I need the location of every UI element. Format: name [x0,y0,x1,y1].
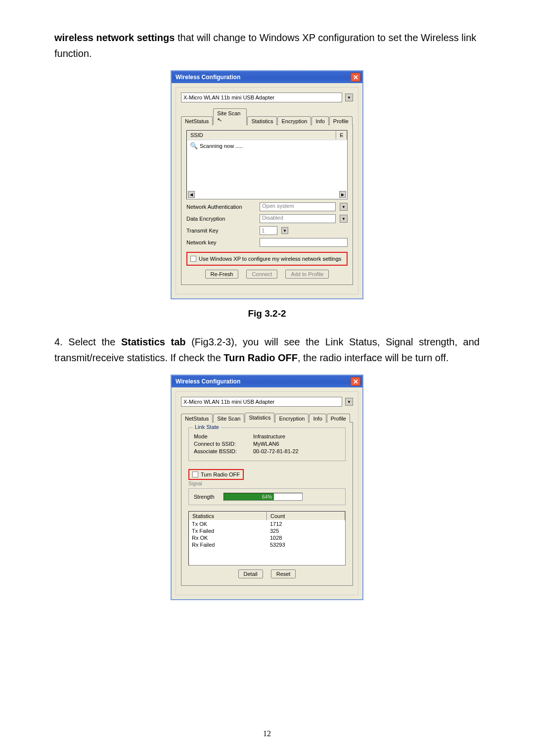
tab-profile[interactable]: Profile [327,414,350,423]
figure-2: Wireless Configuration ✕ X-Micro WLAN 11… [54,375,480,600]
tab-info[interactable]: Info [312,116,328,125]
stat-name: Rx OK [189,534,267,541]
chevron-down-icon[interactable]: ▼ [345,94,353,101]
reset-button-label: Reset [276,571,291,577]
stats-table: Statistics Count Tx OK 1712 Tx Failed 32… [188,511,346,566]
usexp-checkbox-row[interactable]: Use Windows XP to configure my wireless … [190,256,344,262]
highlight-turnoff: Turn Radio OFF [188,469,244,480]
button-row: Re-Fresh Connect Add to Profile [186,270,348,279]
row-txkey: Transmit Key 1 ▼ [186,226,348,235]
reset-button[interactable]: Reset [271,569,296,578]
network-list-body: 🔍Scanning now ..... [187,140,347,191]
ssid-label: Connect to SSID: [194,441,253,447]
scroll-right-icon[interactable]: ▶ [339,191,346,198]
netauth-dropdown[interactable]: Open system [260,202,336,211]
stat-count: 325 [267,527,345,534]
connect-button-label: Connect [252,271,272,277]
stat-count: 1028 [267,534,345,541]
tab-statistics-label: Statistics [251,118,273,124]
txkey-label: Transmit Key [186,228,256,234]
stats-h2: Count [267,512,345,520]
add-profile-button[interactable]: Add to Profile [285,270,329,279]
adapter-dropdown[interactable]: X-Micro WLAN 11b mini USB Adapter [181,93,342,102]
stat-name: Rx Failed [189,541,267,548]
netkey-label: Network key [186,239,256,245]
intro-bold: wireless network settings [54,32,175,43]
stats-table-header: Statistics Count [189,512,345,520]
network-list-header: SSID E [187,131,347,140]
signal-fieldset: Strength 64% [188,488,346,505]
tab-profile[interactable]: Profile [329,116,353,125]
statistics-tab-content: Link State Mode Infrastructure Connect t… [181,422,353,586]
tab-encryption[interactable]: Encryption [277,116,311,125]
strength-progress: 64% [223,493,303,501]
detail-button[interactable]: Detail [238,569,263,578]
close-icon[interactable]: ✕ [351,377,360,386]
tab-info-label: Info [313,416,322,422]
tab-info-label: Info [315,118,324,124]
stat-count: 53293 [267,541,345,548]
row-netkey: Network key [186,238,348,247]
adapter-dropdown-value: X-Micro WLAN 11b mini USB Adapter [183,399,274,405]
stats-h1: Statistics [189,512,267,520]
dataenc-dropdown[interactable]: Disabled [260,214,336,223]
netauth-label: Network Authentication [186,204,256,210]
bssid-value: 00-02-72-81-81-22 [253,448,299,454]
adapter-row: X-Micro WLAN 11b mini USB Adapter ▼ [181,397,353,407]
table-row: Tx OK 1712 [189,520,345,527]
tab-statistics[interactable]: Statistics [247,116,277,125]
connect-button[interactable]: Connect [246,270,277,279]
mode-label: Mode [194,433,253,439]
netkey-input[interactable] [260,238,348,247]
stat-name: Tx Failed [189,527,267,534]
tab-info[interactable]: Info [309,414,326,423]
p2-bold1: Statistics tab [121,336,186,347]
tab-sitescan[interactable]: Site Scan [213,414,244,423]
checkbox-icon[interactable] [192,472,198,477]
adapter-dropdown[interactable]: X-Micro WLAN 11b mini USB Adapter [181,397,342,407]
button-row-2: Detail Reset [188,569,346,578]
table-row: Rx OK 1028 [189,534,345,541]
adapter-dropdown-value: X-Micro WLAN 11b mini USB Adapter [183,94,274,100]
chevron-down-icon[interactable]: ▼ [340,203,348,211]
tab-netstatus[interactable]: NetStatus [181,116,213,125]
tab-encryption[interactable]: Encryption [275,414,309,423]
strength-percent: 64% [262,494,272,500]
tab-statistics[interactable]: Statistics [245,413,274,423]
netauth-value: Open system [262,203,294,209]
linkstate-legend: Link State [193,424,221,430]
strength-label: Strength [194,494,221,500]
figure-1: Wireless Configuration ✕ X-Micro WLAN 11… [54,70,480,299]
tab-encryption-label: Encryption [279,416,305,422]
kv-mode: Mode Infrastructure [194,433,340,439]
strength-row: Strength 64% [194,493,340,501]
tab-sitescan[interactable]: Site Scan ↖ [213,108,247,125]
txkey-value: 1 [262,228,265,234]
p2-bold2: Turn Radio OFF [223,352,298,363]
tab-netstatus-label: NetStatus [185,416,209,422]
sitescan-tab-content: SSID E 🔍Scanning now ..... ◀ ▶ Network A… [181,125,353,285]
refresh-button-label: Re-Fresh [211,271,233,277]
tab-netstatus[interactable]: NetStatus [181,414,213,423]
txkey-dropdown[interactable]: 1 [260,226,277,235]
tab-sitescan-label: Site Scan [217,416,240,422]
scroll-left-icon[interactable]: ◀ [188,191,195,198]
mode-value: Infrastructure [253,433,285,439]
chevron-down-icon[interactable]: ▼ [340,215,348,223]
tab-statistics-label: Statistics [249,415,270,421]
tab-profile-label: Profile [331,416,346,422]
tab-netstatus-label: NetStatus [185,118,209,124]
dataenc-value: Disabled [262,215,283,221]
close-icon[interactable]: ✕ [351,73,360,82]
stat-name: Tx OK [189,520,267,527]
add-profile-button-label: Add to Profile [291,271,323,277]
chevron-down-icon[interactable]: ▼ [345,398,353,406]
chevron-down-icon[interactable]: ▼ [281,227,288,234]
usexp-label: Use Windows XP to configure my wireless … [199,256,341,262]
titlebar: Wireless Configuration ✕ [172,71,362,83]
signal-legend: Signal [188,481,346,486]
bssid-label: Associate BSSID: [194,448,253,454]
refresh-button[interactable]: Re-Fresh [205,270,239,279]
checkbox-icon[interactable] [190,256,196,262]
network-list[interactable]: SSID E 🔍Scanning now ..... ◀ ▶ [186,130,348,199]
